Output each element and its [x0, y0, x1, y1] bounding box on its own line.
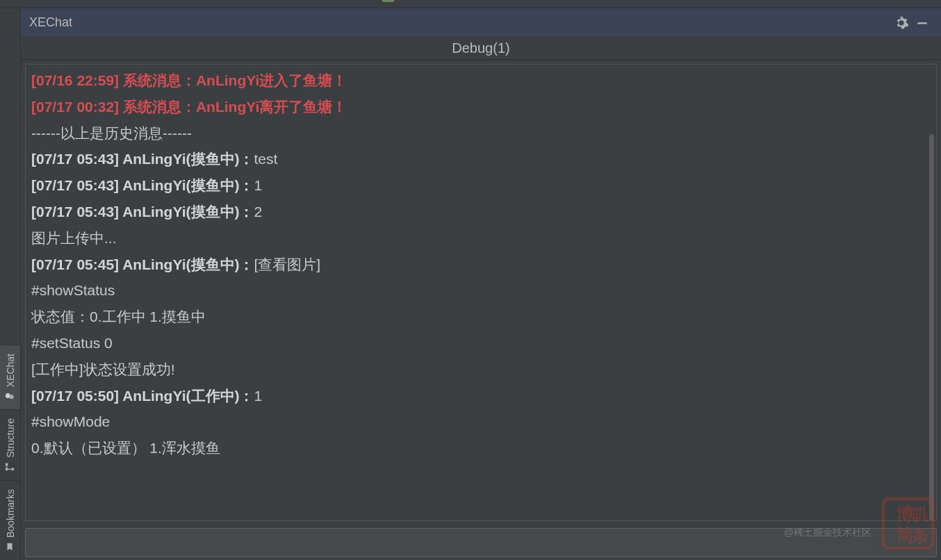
- chat-line: #showStatus: [31, 277, 931, 304]
- chat-line: [07/17 00:32] 系统消息：AnLingYi离开了鱼塘！: [31, 94, 931, 120]
- chat-line-prefix: [07/17 05:43] AnLingYi(摸鱼中)：: [31, 177, 254, 193]
- sidebar-tab-structure[interactable]: Structure: [0, 409, 20, 480]
- chat-line: #setStatus 0: [31, 330, 931, 356]
- gear-icon: [894, 15, 909, 31]
- tab-debug[interactable]: Debug(1): [452, 40, 509, 56]
- sidebar-tab-label: XEChat: [5, 354, 16, 387]
- sidebar-tab-label: Structure: [5, 418, 16, 458]
- top-editor-partial: C GameRoomEventHandler: [0, 0, 941, 8]
- chat-line-body: 2: [254, 204, 263, 220]
- svg-rect-5: [917, 22, 926, 24]
- chat-line-body: 1: [254, 177, 263, 193]
- settings-button[interactable]: [891, 13, 912, 33]
- sidebar-tab-bookmarks[interactable]: Bookmarks: [0, 480, 20, 560]
- chat-line: 状态值：0.工作中 1.摸鱼中: [31, 304, 931, 330]
- watermark-text: @稀土掘金技术社区: [784, 527, 872, 539]
- chat-line-body: [查看图片]: [254, 256, 321, 272]
- svg-point-1: [10, 395, 14, 399]
- chat-line-prefix: [07/17 05:50] AnLingYi(工作中)：: [31, 388, 254, 404]
- chat-line-body: test: [254, 151, 278, 167]
- chat-line: [工作中]状态设置成功!: [31, 356, 931, 383]
- panel-title: XEChat: [29, 15, 72, 30]
- svg-rect-4: [12, 468, 15, 471]
- chat-line: [07/17 05:43] AnLingYi(摸鱼中)：test: [31, 146, 931, 172]
- main-panel: XEChat Debug(1) [07/16 22:59] 系统消息：AnLin…: [21, 8, 941, 560]
- class-icon: C: [382, 0, 395, 2]
- bookmark-icon: [6, 542, 15, 552]
- sidebar-tab-label: Bookmarks: [5, 489, 16, 538]
- minimize-icon: [915, 16, 929, 30]
- content-wrapper: [07/16 22:59] 系统消息：AnLingYi进入了鱼塘！[07/17 …: [21, 60, 941, 560]
- chat-line-prefix: [07/17 05:43] AnLingYi(摸鱼中)：: [31, 204, 254, 220]
- top-partial-filename: C GameRoomEventHandler: [382, 0, 559, 3]
- chat-line-body: 1: [254, 388, 263, 404]
- minimize-button[interactable]: [912, 13, 933, 33]
- chat-line: [07/16 22:59] 系统消息：AnLingYi进入了鱼塘！: [31, 67, 931, 94]
- chat-log[interactable]: [07/16 22:59] 系统消息：AnLingYi进入了鱼塘！[07/17 …: [25, 64, 937, 521]
- chat-line: [07/17 05:43] AnLingYi(摸鱼中)：1: [31, 172, 931, 199]
- chat-line: [07/17 05:43] AnLingYi(摸鱼中)：2: [31, 199, 931, 225]
- structure-icon: [6, 462, 15, 472]
- left-sidebar: XEChat Structure Bookmarks: [0, 8, 21, 560]
- chat-line-prefix: [07/17 05:43] AnLingYi(摸鱼中)：: [31, 151, 254, 167]
- chat-icon: [6, 391, 15, 401]
- chat-line: [07/17 05:50] AnLingYi(工作中)：1: [31, 383, 931, 409]
- scrollbar-thumb[interactable]: [929, 134, 934, 521]
- svg-rect-2: [6, 463, 8, 466]
- tab-bar: Debug(1): [21, 38, 941, 60]
- chat-line: 图片上传中...: [31, 225, 931, 252]
- chat-line: [07/17 05:45] AnLingYi(摸鱼中)：[查看图片]: [31, 252, 931, 278]
- chat-line: ------以上是历史消息------: [31, 120, 931, 147]
- chat-line: #showMode: [31, 409, 931, 435]
- panel-header: XEChat: [21, 8, 941, 38]
- chat-line-prefix: [07/17 05:45] AnLingYi(摸鱼中)：: [31, 256, 254, 272]
- sidebar-tab-xechat[interactable]: XEChat: [0, 345, 20, 409]
- chat-line: 0.默认（已设置） 1.浑水摸鱼: [31, 435, 931, 461]
